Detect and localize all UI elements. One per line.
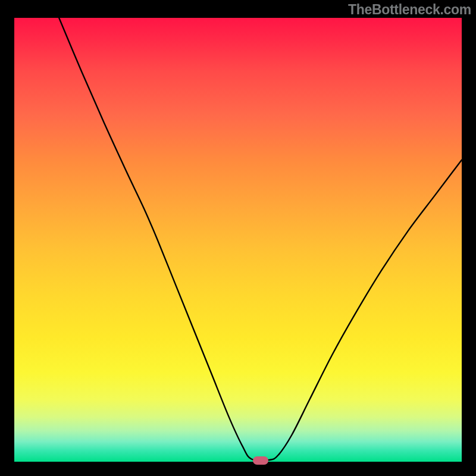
- curve-svg: [14, 18, 462, 462]
- optimal-marker: [253, 456, 268, 465]
- bottleneck-curve: [59, 18, 462, 461]
- watermark-text: TheBottleneck.com: [348, 2, 471, 18]
- plot-area: [14, 18, 462, 462]
- chart-container: TheBottleneck.com: [0, 0, 476, 476]
